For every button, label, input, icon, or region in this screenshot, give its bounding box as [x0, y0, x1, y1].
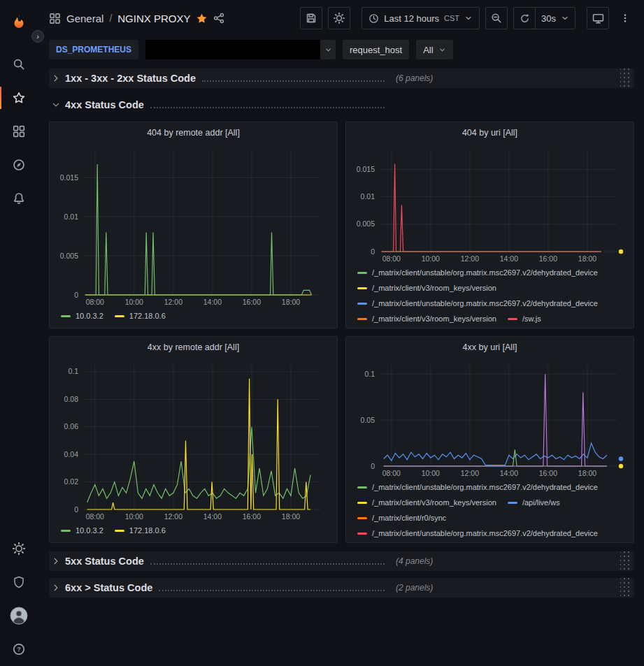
legend-swatch [357, 272, 367, 274]
refresh-interval-dropdown[interactable]: 30s [536, 7, 575, 29]
svg-text:0.04: 0.04 [64, 450, 79, 458]
grafana-app: ? › General / NGINX PROXY [0, 0, 644, 666]
legend-item[interactable]: /_matrix/client/v3/room_keys/version [357, 498, 496, 508]
row-drag-handle[interactable] [620, 578, 631, 598]
svg-text:14:00: 14:00 [203, 298, 222, 306]
refresh-button[interactable] [513, 7, 536, 29]
sidebar-item-server-admin[interactable] [0, 565, 38, 599]
dashboard-settings-button[interactable] [328, 7, 350, 29]
svg-text:0.1: 0.1 [364, 370, 375, 378]
chart-svg: 00.020.040.060.080.108:0010:0012:0014:00… [55, 358, 331, 523]
sidebar-item-alerting[interactable] [0, 182, 38, 215]
row-dotted-filler [150, 107, 385, 108]
breadcrumb-separator: / [109, 13, 112, 24]
chart-svg: 00.0050.010.01508:0010:0012:0014:0016:00… [352, 143, 628, 265]
refresh-interval-label: 30s [541, 13, 556, 24]
legend-swatch [357, 318, 367, 320]
dashboard-title[interactable]: NGINX PROXY [117, 13, 190, 24]
legend-item[interactable]: /_matrix/client/unstable/org.matrix.msc2… [357, 482, 598, 493]
time-series-chart: 00.0050.010.01508:0010:0012:0014:0016:00… [352, 143, 628, 265]
row-6xx[interactable]: 6xx > Status Code (2 panels) [49, 578, 634, 598]
row-title: 4xx Status Code [65, 99, 144, 110]
sidebar-item-configuration[interactable] [0, 532, 38, 565]
share-icon[interactable] [213, 13, 224, 24]
dashboards-grid-icon [13, 125, 25, 138]
row-drag-handle[interactable] [620, 68, 631, 88]
sidebar-item-dashboards[interactable] [0, 115, 38, 148]
breadcrumb: General / NGINX PROXY [49, 13, 224, 24]
svg-text:08:00: 08:00 [382, 469, 401, 477]
svg-text:08:00: 08:00 [86, 298, 104, 306]
sidebar-item-help[interactable]: ? [0, 632, 38, 666]
datasource-variable-label[interactable]: DS_PROMETHEUS [49, 40, 138, 59]
svg-text:18:00: 18:00 [578, 469, 596, 477]
sidebar-item-starred[interactable] [0, 81, 38, 115]
legend-item[interactable]: 172.18.0.6 [115, 526, 166, 536]
legend-item[interactable]: /_matrix/client/unstable/org.matrix.msc2… [357, 298, 598, 309]
legend-item[interactable]: 10.0.3.2 [61, 526, 103, 536]
panel-legend: 10.0.3.2172.18.0.6 [55, 523, 331, 536]
tv-mode-button[interactable] [587, 7, 609, 29]
svg-text:10:00: 10:00 [422, 254, 440, 263]
row-5xx[interactable]: 5xx Status Code (4 panels) [49, 551, 634, 571]
svg-text:12:00: 12:00 [164, 512, 183, 521]
row-dotted-filler [159, 590, 385, 591]
chevron-right-icon [52, 557, 60, 565]
zoom-out-button[interactable] [485, 7, 508, 29]
svg-text:10:00: 10:00 [125, 298, 143, 306]
bell-icon [13, 192, 25, 205]
main-area: General / NGINX PROXY [38, 0, 644, 666]
favorite-star-icon[interactable] [196, 13, 208, 24]
monitor-icon [592, 13, 604, 24]
datasource-select[interactable] [145, 40, 336, 59]
legend-item[interactable]: /_matrix/client/unstable/org.matrix.msc2… [357, 528, 598, 539]
legend-swatch [61, 315, 71, 317]
row-drag-handle[interactable] [620, 551, 631, 571]
panel-title[interactable]: 404 by remote addr [All] [55, 122, 331, 143]
svg-text:0: 0 [371, 247, 375, 256]
kebab-menu-button[interactable] [615, 8, 636, 29]
svg-text:18:00: 18:00 [282, 512, 300, 521]
shield-icon [13, 576, 25, 588]
kebab-icon [620, 13, 630, 24]
svg-text:08:00: 08:00 [86, 512, 104, 521]
legend-item[interactable]: /api/live/ws [508, 498, 560, 508]
breadcrumb-section[interactable]: General [66, 13, 103, 24]
legend-item[interactable]: 10.0.3.2 [61, 311, 103, 321]
row-dotted-filler [202, 80, 385, 82]
svg-text:0.015: 0.015 [357, 165, 375, 173]
row-title-group: 4xx Status Code [52, 99, 386, 110]
sidebar-item-explore[interactable] [0, 148, 38, 182]
legend-item[interactable]: /_matrix/client/unstable/org.matrix.msc2… [357, 268, 598, 278]
row-1xx-3xx-2xx[interactable]: 1xx - 3xx - 2xx Status Code (6 panels) [49, 68, 634, 88]
chart-svg: 00.0050.010.01508:0010:0012:0014:0016:00… [55, 143, 331, 308]
svg-text:0.01: 0.01 [64, 212, 79, 221]
refresh-icon [520, 13, 530, 24]
time-range-picker[interactable]: Last 12 hours CST [362, 7, 480, 29]
request-host-select[interactable]: All [416, 40, 452, 59]
svg-text:10:00: 10:00 [422, 469, 440, 477]
row-panel-count: (2 panels) [396, 583, 433, 593]
panel-title[interactable]: 4xx by remote addr [All] [55, 337, 331, 358]
legend-item[interactable]: /_matrix/client/v3/room_keys/version [357, 314, 496, 324]
legend-item[interactable]: /_matrix/client/v3/room_keys/version [357, 283, 496, 294]
save-dashboard-button[interactable] [300, 7, 322, 29]
sidebar: ? [0, 0, 38, 666]
chevron-right-icon [52, 584, 60, 592]
navbar-actions: Last 12 hours CST [300, 7, 636, 29]
legend-item[interactable]: /sw.js [508, 314, 541, 324]
panel-title[interactable]: 404 by uri [All] [352, 122, 628, 143]
sidebar-expand-button[interactable]: › [31, 30, 44, 43]
legend-item[interactable]: 172.18.0.6 [115, 311, 166, 321]
panel-title[interactable]: 4xx by uri [All] [352, 337, 628, 358]
variables-bar: DS_PROMETHEUS request_host All [38, 36, 644, 63]
panel-4xx-by-uri: 4xx by uri [All] 00.050.108:0010:0012:00… [345, 336, 634, 543]
sidebar-item-profile[interactable] [0, 599, 38, 632]
panel-legend: /_matrix/client/unstable/org.matrix.msc2… [352, 479, 628, 539]
row-4xx[interactable]: 4xx Status Code [49, 95, 634, 115]
time-series-chart: 00.020.040.060.080.108:0010:0012:0014:00… [55, 358, 331, 523]
legend-item[interactable]: /_matrix/client/r0/sync [357, 513, 446, 523]
sidebar-item-search[interactable] [0, 48, 38, 81]
panel-grid: 404 by remote addr [All] 00.0050.010.015… [49, 122, 634, 543]
svg-text:0: 0 [74, 505, 78, 514]
